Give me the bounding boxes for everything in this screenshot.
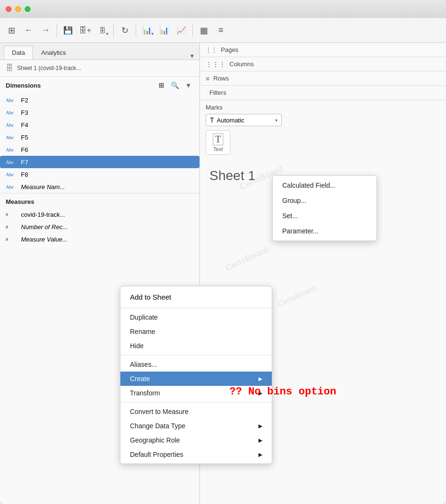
sheet-title: Sheet 1 [209, 168, 256, 183]
toolbar-separator-3 [136, 24, 136, 37]
context-menu-default-properties[interactable]: Default Properties ▶ [120, 447, 272, 462]
context-menu-aliases[interactable]: Aliases... [120, 357, 272, 372]
marks-area: Marks T Automatic ▾ T Text [200, 100, 446, 159]
sep2 [120, 402, 272, 403]
minimize-button[interactable] [15, 6, 21, 12]
measures-header: Measures [0, 195, 199, 208]
pages-shelf: ⋮⋮ Pages [200, 43, 446, 57]
field-covid-track[interactable]: # covid-19-track... [0, 208, 199, 221]
context-menu: Add to Sheet Duplicate Rename Hide Alias… [120, 286, 272, 464]
submenu-calculated-field[interactable]: Calculated Field... [273, 178, 377, 193]
chart-type-button-1[interactable]: 📊 [157, 23, 172, 38]
forward-button[interactable]: → [38, 23, 53, 38]
columns-shelf: ⋮⋮⋮ Columns [200, 57, 446, 71]
marks-text-label: Text [213, 146, 223, 152]
dimensions-grid-view[interactable]: ⊞ [156, 80, 167, 91]
context-menu-change-data-type[interactable]: Change Data Type ▶ [120, 419, 272, 433]
context-menu-geographic-role[interactable]: Geographic Role ▶ [120, 433, 272, 447]
filters-shelf: Filters [200, 86, 446, 100]
marks-type-dropdown[interactable]: T Automatic ▾ [206, 114, 282, 126]
main-window: ⊞ ← → 💾 🗄+ 🗄▾ ↻ 📊▾ 📊 📈 ▦ ≡ Data Analytic… [0, 0, 446, 504]
field-F5[interactable]: Abc F5 [0, 131, 199, 143]
pages-label: Pages [221, 46, 238, 53]
submenu-set[interactable]: Set... [273, 208, 377, 223]
create-submenu-arrow: ▶ [258, 376, 262, 382]
chart-type-button-2[interactable]: 📈 [174, 23, 189, 38]
data-source-row: 🗄 Sheet 1 (covid-19-track... [0, 60, 199, 77]
show-me-button[interactable]: 📊▾ [139, 23, 155, 38]
marks-dropdown-arrow: ▾ [275, 118, 278, 123]
back-button[interactable]: ← [21, 23, 36, 38]
marks-label: Marks [206, 104, 440, 111]
field-measure-names[interactable]: Abc Measure Nam... [0, 181, 199, 193]
context-menu-duplicate[interactable]: Duplicate [120, 310, 272, 324]
toolbar: ⊞ ← → 💾 🗄+ 🗄▾ ↻ 📊▾ 📊 📈 ▦ ≡ [0, 18, 446, 43]
add-datasource-button[interactable]: 🗄+ [78, 23, 93, 38]
field-F6[interactable]: Abc F6 [0, 143, 199, 156]
dimensions-actions: ⊞ 🔍 ▾ [156, 80, 194, 91]
context-menu-hide[interactable]: Hide [120, 339, 272, 353]
save-button[interactable]: 💾 [60, 23, 76, 38]
marks-type-label: Automatic [217, 117, 272, 124]
change-data-type-arrow: ▶ [258, 423, 262, 429]
main-layout: Data Analytics ▾ 🗄 Sheet 1 (covid-19-tra… [0, 43, 446, 504]
field-measure-values[interactable]: # Measure Value... [0, 233, 199, 245]
field-number-records[interactable]: # Number of Rec... [0, 221, 199, 233]
rows-shelf: ≡ Rows [200, 71, 446, 86]
datasource-button[interactable]: 🗄▾ [95, 23, 110, 38]
panel-tabs: Data Analytics ▾ [0, 43, 199, 60]
marks-text-card[interactable]: T Text [206, 130, 230, 155]
submenu-parameter[interactable]: Parameter... [273, 223, 377, 239]
rows-icon: ≡ [206, 75, 209, 82]
filters-label: Filters [209, 89, 226, 96]
toolbar-separator-1 [57, 24, 57, 37]
rows-label: Rows [213, 75, 229, 82]
datasource-icon: 🗄 [6, 64, 13, 72]
dimensions-header: Dimensions ⊞ 🔍 ▾ [0, 77, 199, 94]
create-submenu: Calculated Field... Group... Set... Para… [272, 175, 377, 241]
toolbar-separator-4 [192, 24, 193, 37]
sep-after-add [120, 308, 272, 308]
field-F3[interactable]: Abc F3 [0, 106, 199, 119]
datasource-name: Sheet 1 (covid-19-track... [17, 65, 81, 71]
default-properties-arrow: ▶ [258, 452, 262, 458]
analytics-tab[interactable]: Analytics [33, 46, 74, 60]
columns-rows-area: ⋮⋮ Pages ⋮⋮⋮ Columns ≡ Rows Filters [200, 43, 446, 100]
sep1 [120, 355, 272, 355]
measures-section: Measures # covid-19-track... # Number of… [0, 193, 199, 245]
context-menu-transform[interactable]: Transform ▶ [120, 386, 272, 400]
dimensions-menu[interactable]: ▾ [182, 80, 194, 91]
context-menu-convert-to-measure[interactable]: Convert to Measure [120, 404, 272, 419]
maximize-button[interactable] [25, 6, 30, 12]
context-menu-create[interactable]: Create ▶ [120, 372, 272, 386]
toolbar-separator-2 [113, 24, 114, 37]
context-menu-rename[interactable]: Rename [120, 324, 272, 339]
title-bar [0, 0, 446, 18]
home-button[interactable]: ⊞ [4, 23, 19, 38]
field-F2[interactable]: Abc F2 [0, 94, 199, 106]
submenu-group[interactable]: Group... [273, 193, 377, 208]
field-F8[interactable]: Abc F8 [0, 168, 199, 181]
layout-button[interactable]: ▦ [196, 23, 211, 38]
panel-tab-arrow[interactable]: ▾ [188, 52, 196, 60]
close-button[interactable] [6, 6, 11, 12]
pages-icon: ⋮⋮ [206, 47, 217, 53]
field-F7[interactable]: Abc F7 [0, 156, 199, 168]
field-F4[interactable]: Abc F4 [0, 119, 199, 131]
refresh-button[interactable]: ↻ [117, 23, 132, 38]
geographic-role-arrow: ▶ [258, 437, 262, 444]
marks-type-icon: T [210, 116, 214, 124]
data-tab[interactable]: Data [4, 46, 33, 60]
dimensions-list: Abc F2 Abc F3 Abc F4 Abc F5 Abc F6 [0, 94, 199, 193]
text-icon: T [213, 133, 223, 145]
columns-label: Columns [229, 60, 254, 68]
sort-button[interactable]: ≡ [213, 23, 228, 38]
dimensions-search[interactable]: 🔍 [169, 80, 180, 91]
marks-cards-area: T Text [206, 130, 440, 155]
columns-icon: ⋮⋮⋮ [206, 60, 226, 68]
transform-submenu-arrow: ▶ [258, 390, 262, 396]
context-menu-add-to-sheet[interactable]: Add to Sheet [120, 288, 272, 306]
